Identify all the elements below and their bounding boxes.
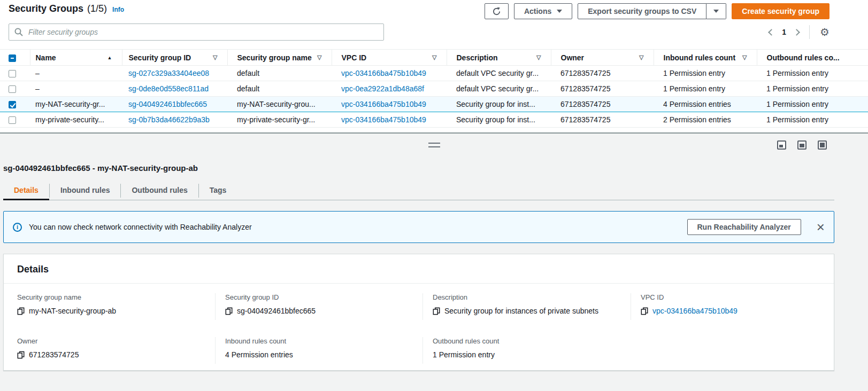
- row-checkbox[interactable]: [9, 85, 16, 93]
- field-value: sg-040492461bbfec665: [237, 307, 316, 315]
- banner-message: You can now check network connectivity w…: [29, 223, 252, 231]
- table-row[interactable]: my-NAT-security-gr...sg-040492461bbfec66…: [0, 97, 868, 112]
- split-panel: sg-040492461bbfec665 - my-NAT-security-g…: [0, 158, 868, 391]
- vpc-id-cell[interactable]: vpc-034166ba475b10b49: [341, 100, 426, 108]
- description-cell: Security group for inst...: [456, 100, 535, 108]
- sg-name-cell: default: [237, 69, 259, 77]
- row-select-cell: [0, 66, 30, 81]
- row-checkbox[interactable]: [9, 101, 16, 108]
- table-row[interactable]: –sg-027c329a33404ee08defaultvpc-034166ba…: [0, 66, 868, 81]
- detail-field: VPC IDvpc-034166ba475b10b49: [631, 293, 834, 320]
- actions-button[interactable]: Actions: [514, 3, 572, 19]
- row-checkbox[interactable]: [9, 116, 16, 124]
- table-row[interactable]: my-private-security...sg-0b7b3da46622b9a…: [0, 112, 868, 128]
- sg-id-cell[interactable]: sg-0de8e0d558ec811ad: [128, 84, 209, 93]
- filter-icon[interactable]: ▽: [536, 54, 541, 61]
- detail-field: Security group IDsg-040492461bbfec665: [215, 293, 423, 320]
- copy-icon[interactable]: [17, 307, 25, 315]
- filter-icon[interactable]: ▽: [742, 54, 747, 61]
- vpc-id-cell[interactable]: vpc-0ea2922a1db48a68f: [341, 84, 424, 93]
- export-csv-dropdown-button[interactable]: [706, 3, 726, 19]
- column-header-label[interactable]: Description: [457, 53, 498, 62]
- tab-inbound-rules[interactable]: Inbound rules: [50, 181, 121, 200]
- detail-tabs: DetailsInbound rulesOutbound rulesTags: [3, 181, 834, 200]
- owner-cell: 671283574725: [560, 84, 610, 93]
- table-header-row: Name▲Security group ID▽Security group na…: [0, 50, 868, 66]
- field-label: Security group ID: [225, 293, 417, 301]
- copy-icon[interactable]: [433, 307, 440, 315]
- field-value[interactable]: vpc-034166ba475b10b49: [652, 307, 738, 315]
- pagination-current-page[interactable]: 1: [782, 28, 786, 36]
- split-panel-resize-handle[interactable]: [0, 132, 868, 158]
- caret-down-icon: [557, 10, 562, 13]
- vpc-id-cell[interactable]: vpc-034166ba475b10b49: [341, 115, 426, 124]
- panel-layout-bottom-half-icon[interactable]: [797, 140, 806, 150]
- description-cell: default VPC security gr...: [456, 84, 539, 93]
- outbound-cell: 1 Permission entry: [766, 84, 828, 93]
- sg-name-cell: my-NAT-security-grou...: [237, 100, 316, 108]
- table-row[interactable]: –sg-0de8e0d558ec811addefaultvpc-0ea2922a…: [0, 81, 868, 97]
- details-fields: Security group namemy-NAT-security-group…: [4, 293, 834, 371]
- filter-icon[interactable]: ▽: [432, 54, 436, 61]
- panel-layout-bottom-small-icon[interactable]: [777, 140, 786, 150]
- field-value: Security group for instances of private …: [444, 307, 598, 315]
- column-header-label[interactable]: VPC ID: [342, 53, 367, 62]
- split-panel-title: sg-040492461bbfec665 - my-NAT-security-g…: [3, 163, 834, 173]
- field-label: Security group name: [17, 293, 210, 301]
- actions-button-label: Actions: [524, 7, 551, 15]
- filter-icon[interactable]: ▽: [639, 54, 643, 61]
- detail-field-empty: [631, 337, 834, 364]
- copy-icon[interactable]: [225, 307, 233, 315]
- run-reachability-analyzer-label: Run Reachability Analyzer: [697, 223, 791, 231]
- drag-handle-icon[interactable]: [428, 143, 440, 147]
- tab-details[interactable]: Details: [3, 181, 49, 200]
- owner-cell: 671283574725: [560, 115, 610, 124]
- field-value: 1 Permission entry: [433, 350, 495, 359]
- refresh-icon: [492, 7, 501, 16]
- description-cell: default VPC security gr...: [456, 69, 539, 77]
- copy-icon[interactable]: [17, 351, 25, 359]
- filter-icon[interactable]: ▽: [213, 54, 217, 61]
- refresh-button[interactable]: [485, 3, 509, 19]
- field-label: Inbound rules count: [225, 337, 417, 345]
- run-reachability-analyzer-button[interactable]: Run Reachability Analyzer: [687, 219, 801, 235]
- pagination-next-button[interactable]: [793, 29, 800, 36]
- column-header-label[interactable]: Name: [36, 53, 56, 62]
- pagination-previous-button[interactable]: [768, 29, 775, 36]
- column-header-label[interactable]: Security group ID: [129, 53, 191, 62]
- filter-input[interactable]: [9, 24, 384, 41]
- select-all-checkbox[interactable]: [9, 54, 16, 62]
- close-icon[interactable]: ×: [817, 220, 825, 234]
- create-security-group-button[interactable]: Create security group: [732, 3, 829, 19]
- caret-down-icon: [713, 10, 719, 13]
- vpc-id-cell[interactable]: vpc-034166ba475b10b49: [341, 69, 426, 77]
- sg-name-cell: my-private-security-gr...: [237, 115, 315, 124]
- sort-ascending-icon[interactable]: ▲: [107, 55, 112, 60]
- row-select-cell: [0, 112, 30, 128]
- tab-tags[interactable]: Tags: [199, 181, 237, 200]
- column-header-label[interactable]: Security group name: [237, 53, 312, 62]
- detail-field: DescriptionSecurity group for instances …: [423, 293, 631, 320]
- row-checkbox[interactable]: [9, 70, 16, 77]
- sg-id-cell[interactable]: sg-0b7b3da46622b9a3b: [128, 115, 210, 124]
- filter-icon[interactable]: ▽: [317, 54, 321, 61]
- pagination: 1 ⚙: [769, 24, 829, 41]
- column-header-label[interactable]: Owner: [561, 53, 585, 62]
- column-header-label[interactable]: Outbound rules co...: [767, 53, 840, 62]
- info-link[interactable]: Info: [112, 6, 124, 13]
- export-csv-button[interactable]: Export security groups to CSV: [578, 3, 706, 19]
- filter-box: [9, 24, 384, 41]
- copy-icon[interactable]: [641, 307, 648, 315]
- panel-layout-full-icon[interactable]: [818, 140, 827, 150]
- settings-gear-icon[interactable]: ⚙: [820, 27, 829, 37]
- tab-outbound-rules[interactable]: Outbound rules: [121, 181, 198, 200]
- page-title-text: Security Groups: [9, 3, 83, 14]
- field-value: 4 Permission entries: [225, 350, 293, 359]
- column-header-label[interactable]: Inbound rules count: [664, 53, 736, 62]
- sg-id-cell[interactable]: sg-027c329a33404ee08: [128, 69, 209, 77]
- sg-id-cell[interactable]: sg-040492461bbfec665: [128, 100, 207, 108]
- detail-field: Inbound rules count4 Permission entries: [215, 337, 423, 364]
- info-icon: i: [13, 223, 22, 232]
- outbound-cell: 1 Permission entry: [766, 69, 828, 77]
- owner-cell: 671283574725: [560, 100, 610, 108]
